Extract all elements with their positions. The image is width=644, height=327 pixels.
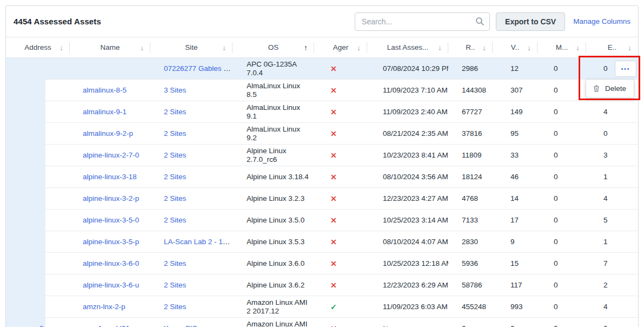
- site-link[interactable]: 2 Sites: [164, 108, 186, 116]
- name-link[interactable]: amzn-lnx-2-p: [83, 303, 125, 311]
- agent-x-icon: ✕: [330, 238, 337, 246]
- cell-os: Alpine Linux 3.6.0: [233, 259, 314, 268]
- column-header-address[interactable]: Address↓: [6, 37, 70, 57]
- table-row[interactable]: amzn-lnx-2-p2 SitesAmazon Linux AMI 2 20…: [6, 296, 638, 318]
- site-link[interactable]: 2 Sites: [164, 173, 186, 181]
- column-header-v[interactable]: V..↓: [493, 37, 537, 57]
- sort-down-icon[interactable]: ↓: [357, 43, 361, 52]
- address-link[interactable]: 3: [39, 324, 44, 327]
- cell-v: 17: [493, 216, 537, 225]
- manage-columns-link[interactable]: Manage Columns: [573, 17, 630, 25]
- column-header-last-asses[interactable]: Last Asses...↓: [367, 37, 448, 57]
- cell-site: 2 Sites: [150, 129, 233, 138]
- site-link[interactable]: 2 Sites: [164, 129, 186, 138]
- site-link[interactable]: 3 Sites: [164, 86, 186, 94]
- column-header-r[interactable]: R..↓: [448, 37, 493, 57]
- cell-os: AlmaLinux Linux 9.1: [233, 103, 314, 121]
- cell-r: 18124: [448, 173, 493, 181]
- table-row[interactable]: alpine-linux-3-6-02 SitesAlpine Linux 3.…: [6, 253, 638, 274]
- site-link[interactable]: 2 Sites: [164, 259, 186, 267]
- site-link[interactable]: Kema CIS: [164, 324, 197, 327]
- table-row[interactable]: alpine-linux-3-182 SitesAlpine Linux 3.1…: [6, 166, 638, 188]
- sort-down-icon[interactable]: ↓: [438, 43, 442, 52]
- export-csv-button[interactable]: Export to CSV: [496, 12, 565, 31]
- table-row[interactable]: almalinux-9-2-p2 SitesAlmaLinux Linux 9.…: [6, 123, 638, 145]
- cell-v: 307: [493, 86, 537, 95]
- cell-v: 0: [493, 324, 537, 327]
- cell-name: almalinux-9-1: [70, 108, 150, 116]
- row-actions-button[interactable]: •••: [615, 61, 636, 77]
- cell-v: 46: [493, 173, 537, 181]
- table-row[interactable]: 07226277 Gables KM...APC 0G-1235A 7.0.4✕…: [6, 58, 638, 80]
- column-label: Address: [24, 43, 51, 51]
- cell-site: 3 Sites: [150, 86, 233, 95]
- column-label: M...: [556, 43, 568, 51]
- name-link[interactable]: alpine-linux-3-18: [83, 173, 137, 181]
- sort-down-icon[interactable]: ↓: [576, 43, 580, 52]
- agent-x-icon: ✕: [330, 64, 337, 73]
- table-row[interactable]: almalinux-9-12 SitesAlmaLinux Linux 9.1✕…: [6, 101, 638, 123]
- column-header-os[interactable]: OS↑: [233, 37, 314, 57]
- cell-r: 455248: [448, 303, 493, 311]
- table-row[interactable]: alpine-linux-3-6-u2 SitesAlpine Linux 3.…: [6, 274, 638, 296]
- agent-x-icon: ✕: [330, 86, 337, 95]
- table-row[interactable]: alpine-linux-3-5-02 SitesAlpine Linux 3.…: [6, 210, 638, 231]
- site-link[interactable]: LA-Scan Lab 2 - 10.4....: [164, 238, 233, 246]
- name-link[interactable]: awm1smold01: [83, 324, 130, 327]
- site-link[interactable]: 07226277 Gables KM...: [164, 64, 233, 73]
- cell-m: 0: [537, 216, 586, 225]
- cell-agent: ✓: [314, 303, 367, 312]
- name-link[interactable]: almalinux-8-5: [83, 86, 127, 94]
- name-link[interactable]: almalinux-9-1: [83, 108, 127, 116]
- name-link[interactable]: alpine-linux-3-6-0: [83, 259, 139, 267]
- sort-down-icon[interactable]: ↓: [527, 43, 531, 52]
- column-header-site[interactable]: Site↓: [150, 37, 233, 57]
- name-link[interactable]: alpine-linux-3-6-u: [83, 281, 139, 289]
- cell-last: 12/23/2023 6:29 AM: [367, 281, 448, 290]
- cell-m: 0: [537, 86, 586, 95]
- cell-e: 2: [586, 281, 638, 290]
- column-header-e[interactable]: E..↓: [586, 37, 638, 57]
- cell-os: Alpine Linux 3.2.3: [233, 194, 314, 203]
- cell-v: 12: [493, 64, 537, 73]
- table-row[interactable]: alpine-linux-3-2-p2 SitesAlpine Linux 3.…: [6, 188, 638, 210]
- name-link[interactable]: alpine-linux-3-5-p: [83, 238, 139, 246]
- cell-e: 0: [586, 129, 638, 138]
- site-link[interactable]: 2 Sites: [164, 194, 186, 202]
- sort-up-icon[interactable]: ↑: [304, 43, 308, 52]
- column-label: Ager: [333, 43, 349, 51]
- cell-e: 7: [586, 259, 638, 268]
- sort-down-icon[interactable]: ↓: [628, 43, 632, 52]
- name-link[interactable]: alpine-linux-2-7-0: [83, 151, 139, 159]
- cell-m: 0: [537, 303, 586, 311]
- cell-last: 08/21/2024 2:35 AM: [367, 129, 448, 138]
- cell-m: 0: [537, 173, 586, 181]
- table-row[interactable]: 3awm1smold01Kema CISAmazon Linux AMI 2✕N…: [6, 318, 638, 327]
- table-row[interactable]: almalinux-8-53 SitesAlmaLinux Linux 8.5✕…: [6, 80, 638, 101]
- name-link[interactable]: alpine-linux-3-5-0: [83, 216, 139, 224]
- cell-os: AlmaLinux Linux 8.5: [233, 82, 314, 99]
- search-input[interactable]: [355, 12, 490, 31]
- site-link[interactable]: 2 Sites: [164, 216, 186, 224]
- cell-m: 0: [537, 259, 586, 268]
- cell-e: 4: [586, 194, 638, 203]
- cell-site: 2 Sites: [150, 108, 233, 116]
- column-header-name[interactable]: Name↓: [70, 37, 150, 57]
- column-header-m[interactable]: M...↓: [537, 37, 586, 57]
- cell-os: Alpine Linux 2.7.0_rc6: [233, 147, 314, 164]
- table-row[interactable]: alpine-linux-3-5-pLA-Scan Lab 2 - 10.4..…: [6, 231, 638, 253]
- sort-down-icon[interactable]: ↓: [222, 43, 226, 52]
- cell-last: 11/09/2023 7:10 AM: [367, 86, 448, 95]
- cell-v: 149: [493, 108, 537, 116]
- site-link[interactable]: 2 Sites: [164, 281, 186, 289]
- site-link[interactable]: 2 Sites: [164, 151, 186, 159]
- name-link[interactable]: almalinux-9-2-p: [83, 129, 133, 138]
- sort-down-icon[interactable]: ↓: [59, 43, 63, 52]
- sort-down-icon[interactable]: ↓: [482, 43, 486, 52]
- sort-down-icon[interactable]: ↓: [140, 43, 144, 52]
- site-link[interactable]: 2 Sites: [164, 303, 186, 311]
- column-header-ager[interactable]: Ager↓: [314, 37, 367, 57]
- table-row[interactable]: alpine-linux-2-7-02 SitesAlpine Linux 2.…: [6, 145, 638, 166]
- name-link[interactable]: alpine-linux-3-2-p: [83, 194, 139, 202]
- delete-menu-item[interactable]: Delete: [605, 84, 626, 93]
